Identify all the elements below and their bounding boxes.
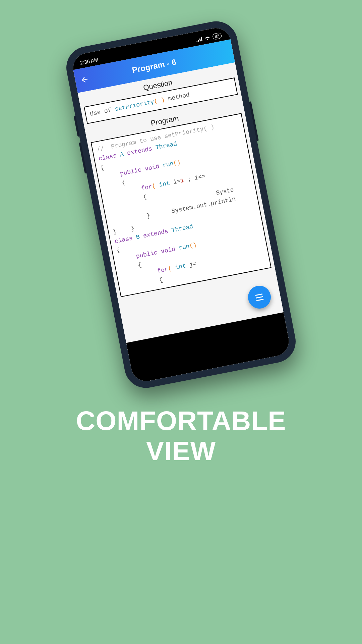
caption-line-2: VIEW (0, 436, 362, 466)
back-button[interactable] (74, 69, 96, 91)
screen: 2:36 AM 82 Program - 6 (70, 25, 291, 384)
signal-icon (195, 36, 202, 43)
code-box: // Program to use setPriority( ) class A… (91, 113, 272, 297)
marketing-caption: COMFORTABLE VIEW (0, 406, 362, 466)
hamburger-icon (255, 293, 263, 301)
phone-shell: 2:36 AM 82 Program - 6 (63, 18, 299, 392)
battery-level: 82 (214, 33, 220, 39)
wifi-icon (204, 35, 211, 41)
arrow-left-icon (79, 74, 89, 85)
phone-mockup: 2:36 AM 82 Program - 6 (63, 18, 299, 392)
volume-up-button (74, 116, 80, 137)
caption-line-1: COMFORTABLE (0, 406, 362, 436)
status-icons: 82 (195, 32, 222, 43)
battery-indicator: 82 (212, 32, 222, 40)
power-button (249, 101, 259, 141)
page-title: Program - 6 (131, 57, 177, 75)
volume-down-button (79, 142, 87, 173)
